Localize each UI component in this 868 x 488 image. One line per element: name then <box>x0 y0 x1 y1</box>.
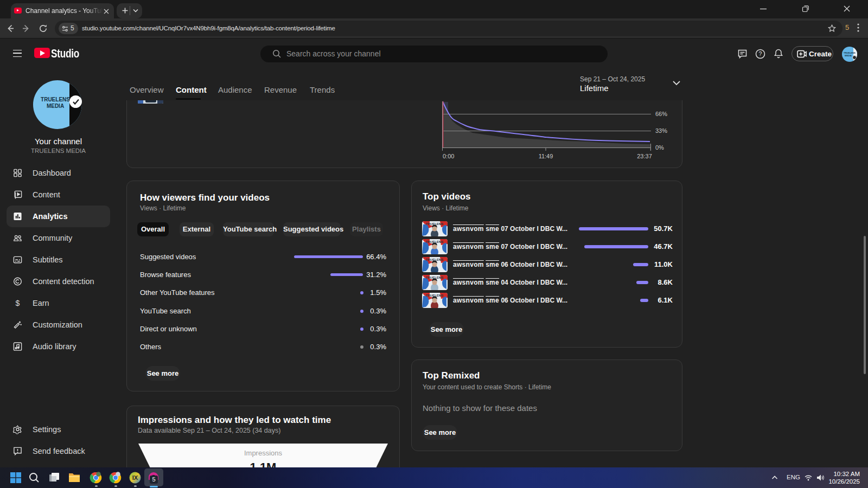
svg-text:11:49: 11:49 <box>539 153 553 159</box>
svg-text:$: $ <box>16 299 20 307</box>
svg-text:23:37: 23:37 <box>637 153 652 159</box>
svg-text:33%: 33% <box>655 127 667 134</box>
svg-text:0:00: 0:00 <box>443 153 454 159</box>
svg-text:IX: IX <box>132 474 138 481</box>
svg-text:?: ? <box>759 50 762 57</box>
svg-text:66%: 66% <box>655 111 667 117</box>
svg-text:0%: 0% <box>655 144 664 151</box>
